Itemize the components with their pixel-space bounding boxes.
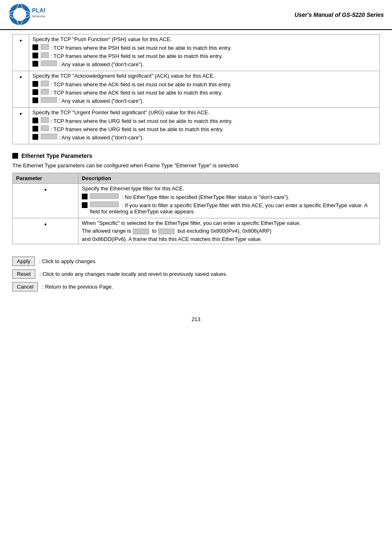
ethernet-type-heading: Ethernet Type Parameters	[12, 153, 380, 159]
footer: 213	[0, 312, 392, 326]
ethertype-value-line3: and 0x86DD(IPv6). A frame that hits this…	[82, 236, 376, 242]
gray-box-small	[41, 117, 49, 123]
urg-description-cell: Specify the TCP "Urgent Pointer field si…	[29, 108, 380, 144]
gray-box-large	[90, 193, 119, 199]
cancel-button[interactable]: Cancel	[12, 282, 38, 291]
content: • Specify the TCP "Push Function" (PSH) …	[0, 30, 392, 304]
urg-desc-text: Specify the TCP "Urgent Pointer field si…	[32, 109, 376, 116]
psh-item-2: : TCP frames where the PSH field is set …	[41, 52, 223, 59]
apply-button[interactable]: Apply	[12, 257, 35, 266]
black-square-icon	[32, 61, 38, 67]
psh-sub-list: : TCP frames where the PSH field is set …	[32, 44, 376, 67]
sub-item: : If you want to filter a specific Ether…	[82, 201, 376, 215]
psh-desc-text: Specify the TCP "Push Function" (PSH) va…	[32, 36, 376, 42]
black-square-icon	[82, 202, 88, 208]
ethernet-type-desc: The Ethernet Type parameters can be conf…	[12, 162, 380, 169]
ack-description-cell: Specify the TCP "Acknowledgment field si…	[29, 71, 380, 108]
logo-image: PLANET Networking & Communication	[8, 3, 45, 26]
header-title: User's Manual of GS-5220 Series	[45, 12, 384, 18]
bullet-cell: •	[13, 35, 29, 71]
section-square-icon	[12, 153, 18, 159]
tcp-param-table: • Specify the TCP "Push Function" (PSH) …	[12, 34, 380, 144]
sub-item: : TCP frames where the URG field is set …	[32, 117, 376, 124]
sub-item: : TCP frames where the PSH field is set …	[32, 44, 376, 51]
header: PLANET Networking & Communication User's…	[0, 0, 392, 30]
sub-item: : TCP frames where the URG field is set …	[32, 125, 376, 132]
col-header-description: Description	[78, 173, 380, 184]
gray-box	[41, 97, 57, 103]
urg-item-3: : Any value is allowed ("don't-care").	[41, 134, 144, 141]
bullet: •	[44, 186, 47, 193]
range-end-box	[158, 229, 175, 234]
col-header-parameter: Parameter	[13, 173, 78, 184]
urg-item-2: : TCP frames where the URG field is set …	[41, 125, 224, 132]
bullet: •	[20, 37, 22, 44]
black-square-icon	[32, 81, 38, 87]
gray-box-small	[41, 52, 49, 58]
black-square-icon	[32, 89, 38, 95]
sub-item: : No EtherType filter is specified (Ethe…	[82, 193, 376, 200]
gray-box-small	[41, 89, 49, 95]
black-square-icon	[32, 53, 38, 58]
ethertype-filter-cell: Specify the Ethernet type filter for thi…	[78, 184, 380, 218]
gray-box	[41, 134, 57, 139]
bullet-cell: •	[13, 71, 29, 108]
reset-button[interactable]: Reset	[12, 269, 35, 279]
apply-label: : Click to apply changes	[39, 258, 95, 264]
apply-row: Apply : Click to apply changes	[12, 257, 380, 266]
black-square-icon	[82, 194, 88, 199]
ethertype-filter-sub-list: : No EtherType filter is specified (Ethe…	[82, 193, 376, 215]
gray-box-small	[41, 44, 49, 50]
gray-box	[41, 60, 57, 66]
bullet: •	[44, 221, 47, 228]
table-row: • Specify the TCP "Urgent Pointer field …	[13, 108, 380, 144]
bullet: •	[20, 74, 22, 81]
range-start-box	[133, 229, 149, 234]
bullet: •	[20, 110, 22, 117]
ack-desc-text: Specify the TCP "Acknowledgment field si…	[32, 73, 376, 79]
ethernet-type-heading-text: Ethernet Type Parameters	[21, 153, 92, 159]
cancel-row: Cancel : Return to the previous Page.	[12, 282, 380, 291]
ethertype-item-1: : No EtherType filter is specified (Ethe…	[90, 193, 289, 200]
sub-item: : Any value is allowed ("don't-care").	[32, 60, 376, 67]
table-row: • Specify the TCP "Push Function" (PSH) …	[13, 35, 380, 71]
psh-item-3: : Any value is allowed ("don't-care").	[41, 60, 144, 67]
ack-item-3: : Any value is allowed ("don't-care").	[41, 97, 144, 104]
ack-item-2: : TCP frames where the ACK field is set …	[41, 89, 222, 96]
black-square-icon	[32, 134, 38, 140]
sub-item: : TCP frames where the PSH field is set …	[32, 52, 376, 59]
urg-sub-list: : TCP frames where the URG field is set …	[32, 117, 376, 141]
black-square-icon	[32, 97, 38, 103]
reset-row: Reset : Click to undo any changes made l…	[12, 269, 380, 279]
black-square-icon	[32, 118, 38, 123]
ethertype-item-2: : If you want to filter a specific Ether…	[90, 201, 376, 215]
ethernet-type-table: Parameter Description • Specify the Ethe…	[12, 173, 380, 244]
svg-text:PLANET: PLANET	[32, 7, 45, 14]
ethertype-value-cell: When "Specific" is selected for the Ethe…	[78, 218, 380, 244]
bullet-cell: •	[13, 184, 78, 218]
buttons-area: Apply : Click to apply changes Reset : C…	[12, 257, 380, 291]
sub-item: : TCP frames where the ACK field is set …	[32, 81, 376, 88]
ethertype-value-line1: When "Specific" is selected for the Ethe…	[82, 220, 376, 226]
table-row: • When "Specific" is selected for the Et…	[13, 218, 380, 244]
ack-sub-list: : TCP frames where the ACK field is set …	[32, 81, 376, 104]
gray-box-large	[90, 201, 119, 207]
logo: PLANET Networking & Communication	[8, 3, 45, 26]
page-number: 213	[191, 316, 201, 322]
bullet-cell: •	[13, 218, 78, 244]
gray-box-small	[41, 125, 49, 131]
ethertype-value-line2: The allowed range is to but excluding 0x…	[82, 228, 376, 234]
gray-box-small	[41, 81, 49, 86]
cancel-label: : Return to the previous Page.	[42, 284, 113, 290]
urg-item-1: : TCP frames where the URG field is set …	[41, 117, 233, 124]
table-row: • Specify the Ethernet type filter for t…	[13, 184, 380, 218]
table-row: • Specify the TCP "Acknowledgment field …	[13, 71, 380, 108]
sub-item: : TCP frames where the ACK field is set …	[32, 89, 376, 96]
ethertype-filter-desc: Specify the Ethernet type filter for thi…	[82, 185, 376, 192]
psh-description-cell: Specify the TCP "Push Function" (PSH) va…	[29, 35, 380, 71]
ack-item-1: : TCP frames where the ACK field is set …	[41, 81, 231, 88]
reset-label: : Click to undo any changes made locally…	[39, 271, 227, 277]
svg-text:Networking & Communication: Networking & Communication	[32, 15, 45, 18]
bullet-cell: •	[13, 108, 29, 144]
sub-item: : Any value is allowed ("don't-care").	[32, 97, 376, 104]
